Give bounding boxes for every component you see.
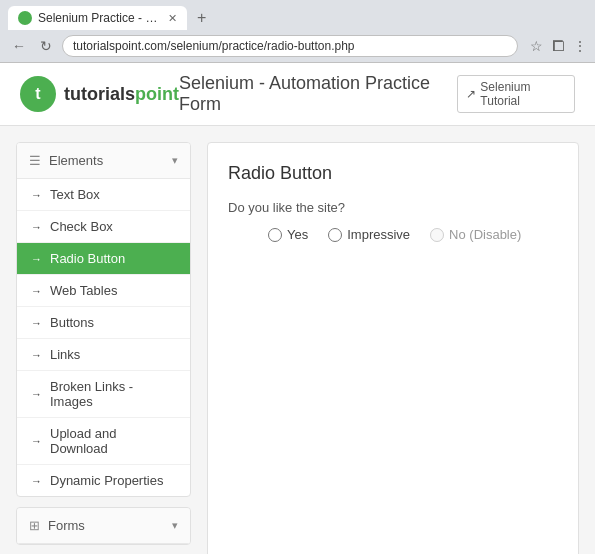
radio-yes-input[interactable]: [268, 228, 282, 242]
reload-button[interactable]: ↻: [36, 36, 56, 56]
hamburger-icon: ☰: [29, 153, 41, 168]
sidebar-item-links[interactable]: → Links: [17, 339, 190, 371]
elements-chevron-icon: ▾: [172, 154, 178, 167]
url-text: tutorialspoint.com/selenium/practice/rad…: [73, 39, 354, 53]
back-button[interactable]: ←: [8, 36, 30, 56]
question-text: Do you like the site?: [228, 200, 558, 215]
bookmark-icon[interactable]: ☆: [530, 38, 543, 54]
logo-text: tutorialspoint: [64, 84, 179, 105]
arrow-icon: →: [31, 317, 42, 329]
tutorial-link-label: Selenium Tutorial: [480, 80, 566, 108]
url-input[interactable]: tutorialspoint.com/selenium/practice/rad…: [62, 35, 518, 57]
arrow-icon: →: [31, 253, 42, 265]
forms-label: Forms: [48, 518, 85, 533]
sidebar-item-brokenlinks[interactable]: → Broken Links - Images: [17, 371, 190, 418]
radio-yes[interactable]: Yes: [268, 227, 308, 242]
radio-yes-label: Yes: [287, 227, 308, 242]
tab-bar: Selenium Practice - Radio Bu... ✕ +: [0, 0, 595, 30]
elements-section: ☰ Elements ▾ → Text Box → Check Box → Ra…: [16, 142, 191, 497]
sidebar-item-label: Dynamic Properties: [50, 473, 163, 488]
tab-title: Selenium Practice - Radio Bu...: [38, 11, 158, 25]
arrow-icon: →: [31, 435, 42, 447]
elements-label: Elements: [49, 153, 103, 168]
page-header: t tutorialspoint Selenium - Automation P…: [0, 63, 595, 126]
sidebar-item-label: Buttons: [50, 315, 94, 330]
content-area: Radio Button Do you like the site? Yes I…: [207, 142, 579, 554]
forms-section: ⊞ Forms ▾: [16, 507, 191, 545]
radio-impressive[interactable]: Impressive: [328, 227, 410, 242]
arrow-icon: →: [31, 388, 42, 400]
sidebar-item-checkbox[interactable]: → Check Box: [17, 211, 190, 243]
sidebar-item-label: Web Tables: [50, 283, 117, 298]
radio-impressive-label: Impressive: [347, 227, 410, 242]
page-title: Selenium - Automation Practice Form: [179, 73, 457, 115]
menu-icon[interactable]: ⋮: [573, 38, 587, 54]
sidebar-item-radiobutton[interactable]: → Radio Button: [17, 243, 190, 275]
tab-favicon: [18, 11, 32, 25]
elements-section-header[interactable]: ☰ Elements ▾: [17, 143, 190, 179]
content-title: Radio Button: [228, 163, 558, 184]
logo-icon: t: [20, 76, 56, 112]
radio-no-label: No (Disable): [449, 227, 521, 242]
arrow-icon: →: [31, 475, 42, 487]
new-tab-button[interactable]: +: [191, 7, 212, 29]
address-icons: ☆ ⧠ ⋮: [530, 38, 587, 54]
sidebar-item-label: Radio Button: [50, 251, 125, 266]
sidebar: ☰ Elements ▾ → Text Box → Check Box → Ra…: [16, 142, 191, 554]
sidebar-item-label: Broken Links - Images: [50, 379, 176, 409]
main-content: ☰ Elements ▾ → Text Box → Check Box → Ra…: [0, 126, 595, 554]
sidebar-item-label: Links: [50, 347, 80, 362]
sidebar-item-webtables[interactable]: → Web Tables: [17, 275, 190, 307]
arrow-icon: →: [31, 189, 42, 201]
sidebar-item-upload[interactable]: → Upload and Download: [17, 418, 190, 465]
forms-icon: ⊞: [29, 518, 40, 533]
radio-impressive-input[interactable]: [328, 228, 342, 242]
radio-group: Yes Impressive No (Disable): [228, 227, 558, 242]
tutorial-link-icon: ↗: [466, 87, 476, 101]
sidebar-item-label: Check Box: [50, 219, 113, 234]
sidebar-item-label: Text Box: [50, 187, 100, 202]
arrow-icon: →: [31, 285, 42, 297]
arrow-icon: →: [31, 349, 42, 361]
sidebar-item-textbox[interactable]: → Text Box: [17, 179, 190, 211]
sidebar-item-dynamicproperties[interactable]: → Dynamic Properties: [17, 465, 190, 496]
active-tab[interactable]: Selenium Practice - Radio Bu... ✕: [8, 6, 187, 30]
arrow-icon: →: [31, 221, 42, 233]
logo: t tutorialspoint: [20, 76, 179, 112]
sidebar-item-label: Upload and Download: [50, 426, 176, 456]
tutorial-link[interactable]: ↗ Selenium Tutorial: [457, 75, 575, 113]
radio-no: No (Disable): [430, 227, 521, 242]
tab-close-button[interactable]: ✕: [168, 12, 177, 25]
radio-no-input: [430, 228, 444, 242]
forms-section-header[interactable]: ⊞ Forms ▾: [17, 508, 190, 544]
extension-icon[interactable]: ⧠: [551, 38, 565, 54]
sidebar-item-buttons[interactable]: → Buttons: [17, 307, 190, 339]
browser-chrome: Selenium Practice - Radio Bu... ✕ + ← ↻ …: [0, 0, 595, 63]
forms-chevron-icon: ▾: [172, 519, 178, 532]
address-bar: ← ↻ tutorialspoint.com/selenium/practice…: [0, 30, 595, 62]
